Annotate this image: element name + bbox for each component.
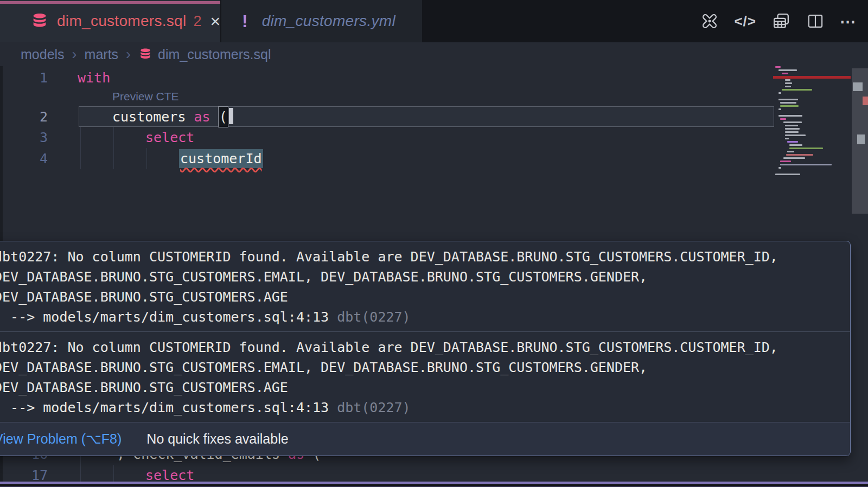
indent-guide [113,127,114,148]
active-tab-accent [0,1,220,4]
window-bottom-gap [0,484,868,487]
code-lens-preview-cte[interactable]: Preview CTE [112,88,179,105]
minimap[interactable] [773,66,835,183]
error-location-line: --> models/marts/dim_customers.sql:4:13 … [0,307,845,327]
minimap-code-line [782,89,812,91]
code-line-4[interactable]: 4customerId [0,148,868,169]
code-text: select [145,127,194,148]
line-number: 4 [0,148,48,169]
minimap-code-line [785,82,792,84]
minimap-code-line [785,128,800,130]
breadcrumb-filename: dim_customers.sql [158,47,271,62]
code-text: with [78,67,110,88]
error-hover-popup: dbt0227: No column CUSTOMERID found. Ava… [0,241,851,456]
minimap-code-line [789,144,802,146]
indent-guide [80,127,81,148]
indent-guide [113,148,114,169]
minimap-code-line [780,161,791,162]
vscode-window: dim_customers.sql 2 × ! dim_customers.ym… [0,0,868,487]
tab-dim-customers-yml[interactable]: ! dim_customers.yml [221,0,422,42]
minimap-code-line [782,73,788,74]
error-message-line: DEV_DATABASE.BRUNO.STG_CUSTOMERS.AGE [0,287,845,307]
chevron-right-icon: › [72,46,77,63]
scrollbar-decoration [853,82,863,91]
minimap-code-line [778,167,781,169]
indent-guide [80,148,81,169]
line-number: 3 [0,127,48,148]
code-line-3[interactable]: 3select [0,127,868,148]
minimap-error-line [773,76,851,79]
tab-problem-count-badge: 2 [194,13,202,30]
code-line-1[interactable]: 1with [0,67,868,88]
breadcrumb-file[interactable]: dim_customers.sql [138,47,271,62]
line-number: 2 [0,106,48,127]
minimap-code-line [789,148,823,149]
chevron-right-icon: › [126,46,131,63]
minimap-code-line [778,115,802,117]
view-problem-link[interactable]: View Problem (⌥F8) [0,431,122,447]
error-source-code: dbt(0227) [329,309,411,325]
minimap-code-line [778,108,781,110]
error-message-line: DEV_DATABASE.BRUNO.STG_CUSTOMERS.EMAIL, … [0,357,845,377]
minimap-code-line [780,102,796,104]
hover-footer: View Problem (⌥F8) No quick fixes availa… [0,422,850,456]
indent-guide [146,148,147,169]
split-editor-icon[interactable] [806,12,825,30]
database-icon [30,12,49,30]
code-preview-icon[interactable]: </> [734,13,756,30]
tab-filename: dim_customers.sql [57,12,187,30]
error-message-line: DEV_DATABASE.BRUNO.STG_CUSTOMERS.AGE [0,377,845,398]
line-number: 1 [0,67,48,88]
error-highlighted-word: customerId [179,149,263,168]
error-message-line: dbt0227: No column CUSTOMERID found. Ava… [0,247,845,267]
breadcrumb-marts[interactable]: marts [85,47,119,62]
no-quick-fixes-label: No quick fixes available [146,431,288,447]
code-text: customerId [179,148,263,169]
vertical-scrollbar[interactable] [852,67,868,217]
minimap-code-line [775,66,781,68]
error-message-line: dbt0227: No column CUSTOMERID found. Ava… [0,337,845,357]
code-editor[interactable]: 1withPreview CTE2customers as (3select4c… [0,66,868,483]
minimap-code-line [785,79,790,81]
text-cursor [229,108,233,124]
error-location-line: --> models/marts/dim_customers.sql:4:13 … [0,398,845,418]
minimap-code-line [785,125,798,126]
scrollbar-decoration [857,134,865,144]
breadcrumb: models › marts › dim_customers.sql [0,42,868,66]
minimap-code-line [780,164,832,165]
error-file-location[interactable]: --> models/marts/dim_customers.sql:4:13 [0,309,329,325]
minimap-code-line [785,138,789,139]
matched-bracket: ( [219,107,228,127]
warning-icon: ! [242,11,248,31]
minimap-code-line [787,141,798,143]
minimap-code-line [780,118,786,120]
dbt-icon[interactable] [700,12,719,30]
error-message-1: dbt0227: No column CUSTOMERID found. Ava… [0,241,850,331]
scrollbar-decoration [863,97,868,105]
window-bottom-border-inner [0,486,868,486]
minimap-code-line [778,69,797,71]
query-results-icon[interactable] [771,11,791,31]
minimap-code-line [783,157,805,159]
code-line-2[interactable]: 2customers as ( [0,106,868,127]
code-text: customers as ( [112,106,233,127]
minimap-code-line [786,154,813,156]
minimap-code-line [775,174,800,175]
database-icon [138,47,152,62]
minimap-code-line [783,121,802,123]
code-text: select [145,465,194,486]
more-actions-icon[interactable]: ⋯ [840,12,857,31]
minimap-code-line [785,134,806,136]
minimap-code-line [780,105,799,107]
error-file-location[interactable]: --> models/marts/dim_customers.sql:4:13 [0,400,329,415]
error-source-code: dbt(0227) [329,400,411,415]
tab-filename: dim_customers.yml [262,12,395,30]
editor-tab-bar: dim_customers.sql 2 × ! dim_customers.ym… [0,0,868,42]
close-tab-icon[interactable]: × [210,12,221,30]
minimap-code-line [778,92,781,94]
tab-dim-customers-sql[interactable]: dim_customers.sql 2 × [0,0,220,42]
error-message-line: DEV_DATABASE.BRUNO.STG_CUSTOMERS.EMAIL, … [0,267,845,287]
breadcrumb-models[interactable]: models [21,47,65,62]
error-message-2: dbt0227: No column CUSTOMERID found. Ava… [0,331,850,422]
minimap-code-line [778,99,798,100]
